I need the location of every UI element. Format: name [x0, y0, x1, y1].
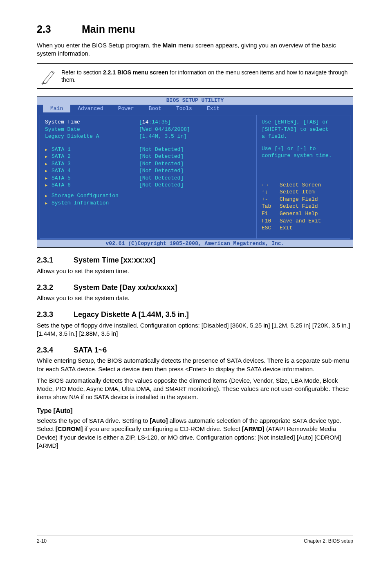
row-sata-1: ▶SATA 1[Not Detected] — [45, 146, 251, 153]
intro-bold: Main — [163, 42, 177, 49]
menu-advanced: Advanced — [70, 105, 110, 113]
row-legacy-diskette: Legacy Diskette A [1.44M, 3.5 in] — [45, 133, 251, 140]
section-heading: 2.3Main menu — [37, 20, 353, 37]
help-keys: ←→Select Screen ↑↓Select Item +-Change F… — [262, 182, 345, 232]
help-select-field: TabSelect Field — [262, 203, 345, 210]
row-system-date: System Date [Wed 04/16/2008] — [45, 126, 251, 133]
help-exit: ESCExit — [262, 224, 345, 232]
text-234-p1: While entering Setup, the BIOS automatic… — [37, 357, 353, 373]
help-line: configure system time. — [262, 152, 345, 159]
menu-tools: Tools — [169, 105, 199, 113]
help-general-help: F1General Help — [262, 210, 345, 218]
bios-title: BIOS SETUP UTILITY — [37, 97, 353, 105]
subsection-234: 2.3.4SATA 1~6 — [37, 345, 353, 355]
subsection-232: 2.3.2System Date [Day xx/xx/xxxx] — [37, 283, 353, 292]
note-text: Refer to section 2.2.1 BIOS menu screen … — [61, 69, 353, 83]
row-system-time: System Time [14:14:35] — [45, 119, 251, 126]
type-auto-text: Selects the type of SATA drive. Setting … — [37, 417, 353, 450]
help-select-screen: ←→Select Screen — [262, 182, 345, 189]
system-date-value: [Wed 04/16/2008] — [139, 126, 190, 133]
chapter-label: Chapter 2: BIOS setup — [304, 538, 353, 544]
bios-footer: v02.61 (C)Copyright 1985-2008, American … — [37, 240, 353, 248]
spacer — [45, 140, 251, 146]
bios-help-pane: Use [ENTER], [TAB] or [SHIFT-TAB] to sel… — [256, 115, 350, 239]
help-select-item: ↑↓Select Item — [262, 189, 345, 196]
text-234-p2: The BIOS automatically detects the value… — [37, 377, 353, 402]
bios-screenshot: BIOS SETUP UTILITY Main Advanced Power B… — [37, 96, 353, 248]
row-system-info: ▶System Information — [45, 200, 251, 207]
pencil-icon — [37, 67, 61, 85]
text-233: Sets the type of floppy drive installed.… — [37, 321, 353, 338]
help-change-field: +-Change Field — [262, 196, 345, 203]
legacy-diskette-label: Legacy Diskette A — [45, 133, 139, 140]
note-box: Refer to section 2.2.1 BIOS menu screen … — [37, 63, 353, 89]
system-time-value: [14:14:35] — [139, 119, 171, 126]
bios-menubar: Main Advanced Power Boot Tools Exit — [37, 105, 353, 113]
spacer — [262, 140, 345, 145]
menu-boot: Boot — [141, 105, 169, 113]
row-storage-config: ▶Storage Configuration — [45, 192, 251, 200]
help-line: a field. — [262, 133, 345, 140]
subsection-233: 2.3.3Legacy Diskette A [1.44M, 3.5 in.] — [37, 310, 353, 319]
menu-main: Main — [43, 105, 70, 113]
triangle-icon: ▶ — [45, 176, 49, 182]
triangle-icon: ▶ — [45, 147, 49, 153]
row-sata-2: ▶SATA 2[Not Detected] — [45, 153, 251, 160]
subsection-231: 2.3.1System Time [xx:xx:xx] — [37, 255, 353, 265]
menu-power: Power — [111, 105, 141, 113]
spacer — [45, 189, 251, 192]
bios-left-pane: System Time [14:14:35] System Date [Wed … — [40, 115, 256, 239]
legacy-diskette-value: [1.44M, 3.5 in] — [139, 133, 187, 140]
intro-pre: When you enter the BIOS Setup program, t… — [37, 42, 163, 49]
row-sata-5: ▶SATA 5[Not Detected] — [45, 175, 251, 182]
page-number: 2-10 — [37, 538, 47, 544]
type-auto-heading: Type [Auto] — [37, 406, 353, 415]
section-number: 2.3 — [37, 22, 82, 36]
row-sata-6: ▶SATA 6[Not Detected] — [45, 182, 251, 189]
triangle-icon: ▶ — [45, 183, 49, 189]
text-232: Allows you to set the system date. — [37, 294, 353, 302]
help-line: [SHIFT-TAB] to select — [262, 126, 345, 133]
section-title: Main menu — [82, 23, 135, 35]
triangle-icon: ▶ — [45, 193, 49, 199]
system-date-label: System Date — [45, 126, 139, 133]
intro-paragraph: When you enter the BIOS Setup program, t… — [37, 41, 353, 58]
triangle-icon: ▶ — [45, 201, 49, 206]
triangle-icon: ▶ — [45, 168, 49, 174]
text-231: Allows you to set the system time. — [37, 267, 353, 275]
help-line: Use [+] or [-] to — [262, 145, 345, 153]
help-save-exit: F10Save and Exit — [262, 218, 345, 225]
note-pre: Refer to section — [61, 69, 103, 76]
triangle-icon: ▶ — [45, 162, 49, 167]
bios-body: System Time [14:14:35] System Date [Wed … — [37, 112, 353, 240]
row-sata-4: ▶SATA 4[Not Detected] — [45, 167, 251, 175]
help-line: Use [ENTER], [TAB] or — [262, 119, 345, 126]
menu-exit: Exit — [199, 105, 227, 113]
page-footer: 2-10 Chapter 2: BIOS setup — [37, 536, 353, 544]
triangle-icon: ▶ — [45, 154, 49, 160]
system-time-label: System Time — [45, 119, 139, 126]
row-sata-3: ▶SATA 3[Not Detected] — [45, 160, 251, 168]
note-bold: 2.2.1 BIOS menu screen — [103, 69, 168, 76]
